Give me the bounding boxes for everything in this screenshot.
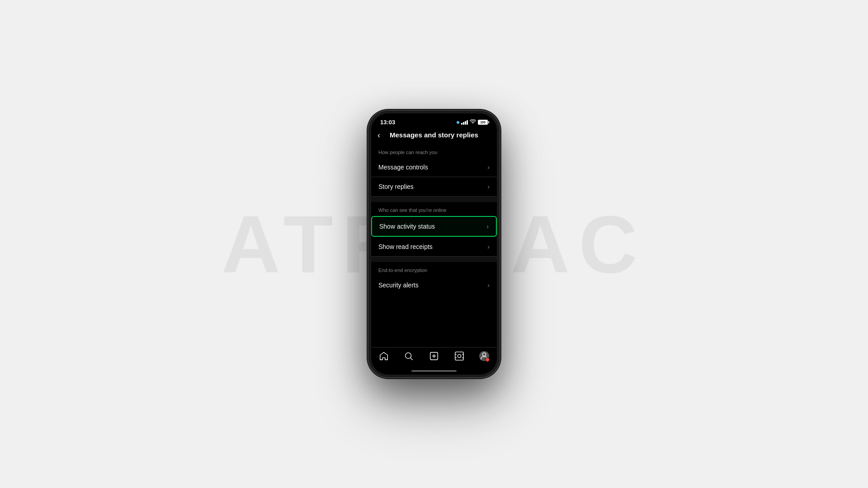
menu-item-security-alerts[interactable]: Security alerts › <box>371 276 497 295</box>
menu-item-security-alerts-text: Security alerts <box>378 282 419 289</box>
profile-icon <box>479 351 489 361</box>
home-bar <box>411 370 457 372</box>
section-divider-1 <box>371 197 497 202</box>
chevron-icon: › <box>487 183 490 190</box>
status-icons: 100 <box>457 119 488 125</box>
nav-home[interactable] <box>379 351 389 361</box>
section-label-reach: How people can reach you <box>371 144 497 158</box>
menu-item-message-controls[interactable]: Message controls › <box>371 158 497 177</box>
menu-item-story-replies[interactable]: Story replies › <box>371 177 497 197</box>
section-label-online: Who can see that you're online <box>371 202 497 216</box>
svg-point-0 <box>406 353 411 359</box>
nav-header: ‹ Messages and story replies <box>371 127 497 144</box>
menu-item-story-replies-text: Story replies <box>378 183 414 190</box>
menu-item-show-read-receipts-text: Show read receipts <box>378 243 433 250</box>
phone-shell: 13:03 100 <box>368 111 500 377</box>
wifi-icon <box>470 119 476 125</box>
home-indicator <box>371 368 497 375</box>
menu-item-show-read-receipts[interactable]: Show read receipts › <box>371 237 497 257</box>
svg-rect-2 <box>455 352 463 360</box>
menu-item-show-activity-status[interactable]: Show activity status › <box>371 216 497 237</box>
page-title: Messages and story replies <box>390 131 478 139</box>
nav-profile[interactable] <box>479 351 489 361</box>
nav-reels[interactable] <box>454 351 464 361</box>
activity-dot <box>457 121 459 124</box>
svg-point-4 <box>483 353 486 356</box>
section-label-encryption: End-to-end encryption <box>371 262 497 276</box>
content-area: How people can reach you Message control… <box>371 144 497 347</box>
status-bar: 13:03 100 <box>371 113 497 127</box>
signal-icon <box>461 120 468 125</box>
section-divider-2 <box>371 257 497 262</box>
menu-item-show-activity-status-text: Show activity status <box>379 223 435 230</box>
status-time: 13:03 <box>380 119 395 126</box>
phone-screen: 13:03 100 <box>371 113 497 375</box>
bottom-nav <box>371 347 497 368</box>
menu-item-message-controls-text: Message controls <box>378 164 428 171</box>
nav-add[interactable] <box>429 351 439 361</box>
nav-search[interactable] <box>404 351 414 361</box>
chevron-icon: › <box>486 223 489 230</box>
chevron-icon: › <box>487 282 490 289</box>
svg-point-3 <box>458 354 461 357</box>
chevron-icon: › <box>487 243 490 250</box>
battery-icon: 100 <box>478 120 488 125</box>
chevron-icon: › <box>487 164 490 171</box>
back-button[interactable]: ‹ <box>377 131 380 139</box>
